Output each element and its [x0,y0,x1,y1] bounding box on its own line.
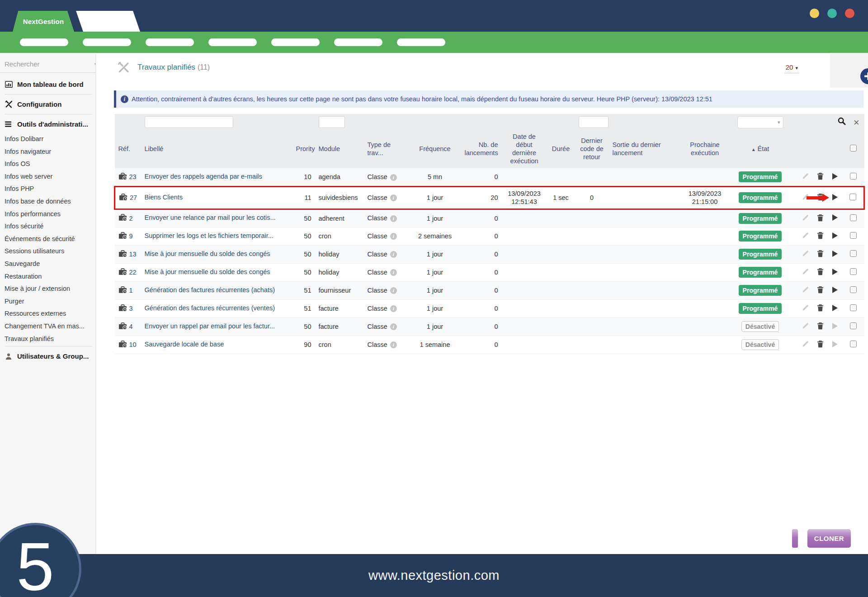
edit-pencil-icon[interactable] [802,322,809,331]
delete-trash-icon[interactable] [817,172,824,181]
header-return-code[interactable]: Dernier code de retour [575,130,609,168]
run-play-icon[interactable] [832,341,838,349]
header-status[interactable]: ▲État [729,130,792,168]
header-ref[interactable]: Réf. [115,130,141,168]
filter-label-input[interactable] [145,116,233,128]
job-label-link[interactable]: Envoyer des rappels agenda par e-mails [145,173,262,180]
run-play-icon[interactable] [832,194,838,202]
clone-button-stub[interactable] [792,529,798,548]
window-dot[interactable] [827,9,837,18]
job-label-link[interactable]: Génération des factures récurrentes (ach… [145,286,275,294]
job-ref-link[interactable]: 27 [130,194,137,201]
page-size-select[interactable]: 20▾ [784,62,799,73]
header-label[interactable]: Libellé [141,130,292,168]
sidebar-item-restauration[interactable]: Restauration [5,270,92,283]
job-label-link[interactable]: Sauvegarde locale de base [145,341,224,348]
delete-trash-icon[interactable] [817,250,824,259]
job-label-link[interactable]: Biens Clients [145,194,183,201]
sidebar-item-infos-navigateur[interactable]: Infos navigateur [5,146,92,158]
sidebar-item-infos-php[interactable]: Infos PHP [5,183,92,195]
row-checkbox[interactable] [850,173,857,180]
sidebar-section-configuration[interactable]: Configuration [5,95,92,113]
job-label-link[interactable]: Mise à jour mensuelle du solde des congé… [145,268,270,275]
job-label-link[interactable]: Mise à jour mensuelle du solde des congé… [145,250,270,257]
header-type[interactable]: Type de trav... [364,130,409,168]
filter-module-input[interactable] [319,116,345,128]
header-duration[interactable]: Durée [547,130,575,168]
row-checkbox[interactable] [849,194,856,200]
job-ref-link[interactable]: 22 [129,269,137,276]
nav-item-placeholder[interactable] [20,38,68,46]
row-checkbox[interactable] [850,304,857,311]
sidebar-item-sessions-utilisateurs[interactable]: Sessions utilisateurs [5,245,92,258]
delete-trash-icon[interactable] [817,214,824,223]
job-label-link[interactable]: Supprimer les logs et les fichiers tempo… [145,232,274,239]
search-input[interactable] [5,60,94,68]
job-label-link[interactable]: Génération des factures récurrentes (ven… [145,304,275,312]
header-module[interactable]: Module [315,130,364,168]
nav-item-placeholder[interactable] [334,38,382,46]
job-ref-link[interactable]: 9 [129,232,133,240]
delete-trash-icon[interactable] [817,304,824,313]
nav-item-placeholder[interactable] [397,38,445,46]
edit-pencil-icon[interactable] [802,250,809,258]
delete-trash-icon[interactable] [817,286,824,295]
row-checkbox[interactable] [850,232,857,239]
delete-trash-icon[interactable] [817,268,824,277]
run-play-icon[interactable] [832,173,838,181]
sidebar-section-outils-d-administrati[interactable]: Outils d'administrati... [5,115,92,133]
delete-trash-icon[interactable] [817,340,824,349]
clone-button[interactable]: CLONER [807,529,851,548]
run-play-icon[interactable] [832,232,838,241]
sidebar-section-mon-tableau-de-bord[interactable]: Mon tableau de bord [5,76,92,93]
header-launches[interactable]: Nb. de lancements [461,130,502,168]
edit-pencil-icon[interactable] [802,173,809,181]
job-label-link[interactable]: Envoyer une relance par mail pour les co… [145,214,276,221]
sidebar-item-infos-base-de-donnees[interactable]: Infos base de données [5,195,92,208]
sidebar-item-purger[interactable]: Purger [5,295,92,308]
sidebar-item-infos-web-server[interactable]: Infos web server [5,171,92,183]
row-checkbox[interactable] [850,322,857,329]
sidebar-item-infos-dolibarr[interactable]: Infos Dolibarr [5,133,92,146]
run-play-icon[interactable] [832,286,838,295]
search-icon[interactable] [838,119,848,127]
window-dot[interactable] [845,9,854,18]
job-ref-link[interactable]: 3 [129,305,133,312]
nav-item-placeholder[interactable] [271,38,320,46]
job-ref-link[interactable]: 1 [129,287,133,294]
window-dot[interactable] [810,9,819,18]
sidebar-item-travaux-planifies[interactable]: Travaux planifiés [5,333,92,346]
search-caret-icon[interactable]: ▾ [94,61,96,67]
edit-pencil-icon[interactable] [802,286,809,294]
edit-pencil-icon[interactable] [802,194,809,202]
select-all-checkbox[interactable] [850,145,857,152]
run-play-icon[interactable] [832,268,838,277]
row-checkbox[interactable] [850,214,857,221]
run-play-icon[interactable] [832,304,838,313]
job-ref-link[interactable]: 23 [129,173,137,180]
delete-trash-icon[interactable] [817,232,824,241]
sidebar-item-mise-a-jour-extension[interactable]: Mise à jour / extension [5,283,92,295]
sidebar-section-utilisateurs-group[interactable]: Utilisateurs & Group... [5,347,92,365]
close-icon[interactable]: ✕ [853,118,859,127]
nav-item-placeholder[interactable] [83,38,131,46]
sidebar-item-evenements-de-securite[interactable]: Événements de sécurité [5,233,92,246]
sidebar-item-sauvegarde[interactable]: Sauvegarde [5,258,92,270]
job-label-link[interactable]: Envoyer un rappel par email pour les fac… [145,322,275,330]
run-play-icon[interactable] [832,322,838,331]
header-frequency[interactable]: Fréquence [409,130,461,168]
filter-status-select[interactable]: ▾ [737,116,783,128]
row-checkbox[interactable] [850,268,857,275]
row-checkbox[interactable] [850,286,857,293]
edit-pencil-icon[interactable] [802,268,809,276]
filter-return-code-input[interactable] [579,116,609,128]
row-checkbox[interactable] [850,341,857,347]
nav-item-placeholder[interactable] [146,38,194,46]
run-play-icon[interactable] [832,214,838,223]
job-ref-link[interactable]: 2 [129,215,133,222]
job-ref-link[interactable]: 13 [129,251,137,258]
nav-item-placeholder[interactable] [208,38,257,46]
row-checkbox[interactable] [850,250,857,257]
delete-trash-icon[interactable] [817,322,824,331]
sidebar-item-changement-tva-en-mas[interactable]: Changement TVA en mas... [5,320,92,333]
